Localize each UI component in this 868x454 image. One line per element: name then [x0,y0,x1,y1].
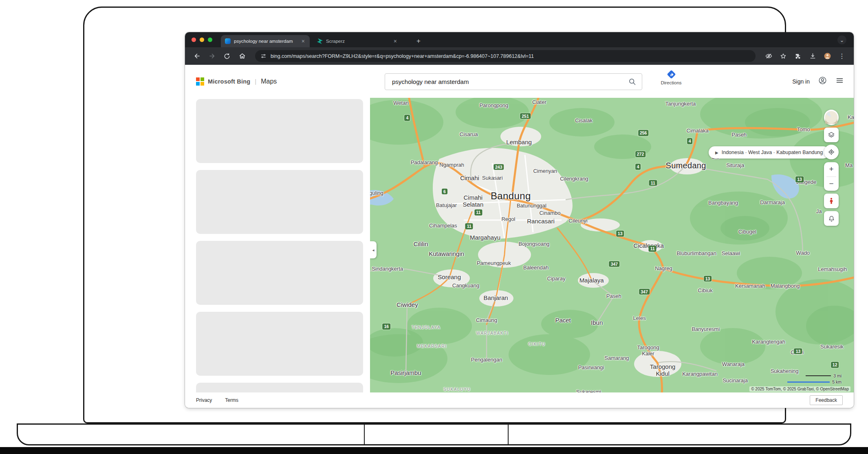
road-shield: 243 [493,164,504,170]
window-controls [192,37,212,42]
maps-product-label[interactable]: Maps [261,78,277,85]
map-label: SUKALUYU [443,387,471,392]
new-tab-button[interactable]: + [414,36,423,46]
brand-block[interactable]: Microsoft Bing | Maps [196,65,277,98]
map-label: Ja [816,209,822,215]
zoom-out-button[interactable]: − [824,177,839,191]
birds-eye-button[interactable] [824,110,839,125]
tab-psychology-near-amsterdam[interactable]: psychology near amsterdam × [221,35,310,47]
road-shield: 11 [649,246,657,252]
bing-header: Microsoft Bing | Maps [185,65,854,98]
map-label: Cimenyan [533,168,557,174]
back-button[interactable] [191,50,203,62]
scale-line-km [787,381,830,383]
result-placeholder-card [196,170,363,234]
home-button[interactable] [236,50,248,62]
brand-divider: | [255,78,256,85]
map-search-box[interactable] [385,73,642,90]
map-label: Pacet [555,317,571,324]
map-label: Cisarua [460,131,478,137]
reload-button[interactable] [221,50,233,62]
downloads-icon[interactable] [806,50,819,62]
map-label: Kutawaringin [429,251,464,258]
map-canvas[interactable]: WetanParongpongCiaterTanjungkertaCisalak… [370,98,854,392]
locate-me-button[interactable] [824,145,839,159]
map-label: Ngamprah [439,162,464,168]
map-label: Selaawi [722,250,740,256]
map-label: Ciater [532,99,546,106]
map-label: Margahayu [470,234,500,241]
bookmark-star-icon[interactable] [777,50,789,62]
map-label: Sumedang [666,161,706,170]
breadcrumb[interactable]: ▶ Indonesia · West Java · Kabupaten Band… [709,146,829,159]
directions-diamond-icon [666,69,676,79]
pegman-icon [827,197,835,205]
scale-km-label: 5 km [832,379,842,384]
map-label: Baleendah [523,265,549,271]
close-window-button[interactable] [192,37,196,42]
close-tab-icon[interactable]: × [301,38,306,44]
collapse-panel-button[interactable]: ◂ [370,241,377,258]
map-label: Ka [848,114,854,120]
map-layers-button[interactable] [824,128,839,142]
content-area: WetanParongpongCiaterTanjungkertaCisalak… [185,98,854,392]
result-placeholder-card [196,383,363,392]
address-bar[interactable]: bing.com/maps/search?FORM=Z9LH2&style=r&… [255,50,756,62]
search-icon[interactable] [628,77,637,86]
map-label: Batununggal [517,203,546,209]
minimize-window-button[interactable] [200,37,204,42]
map-label: Karangpawitan [682,371,718,377]
map-label: Padalarang [411,160,438,166]
zoom-in-button[interactable]: + [824,162,839,176]
road-shield: 4 [404,115,410,121]
profile-avatar[interactable] [821,50,833,62]
privacy-link[interactable]: Privacy [196,397,212,403]
terms-link[interactable]: Terms [225,397,238,403]
streetside-pegman-button[interactable] [824,194,839,208]
privacy-eye-icon[interactable] [762,50,775,62]
page-footer: Privacy Terms Feedback [185,392,854,408]
tab-scraperz[interactable]: Scraperz × [313,35,402,47]
road-shield: 347 [609,261,620,267]
map-label: Cimalaka [687,128,709,134]
tab-search-chevron-icon[interactable]: ⌄ [837,35,846,44]
road-shield: 272 [635,151,646,157]
map-label: Ciawi [791,349,804,355]
map-label: Paseh [731,132,747,138]
maximize-window-button[interactable] [208,37,212,42]
site-settings-icon[interactable] [260,53,267,60]
map-label: Malangbong [771,283,800,289]
road-shield: 251 [520,113,531,119]
sign-in-link[interactable]: Sign in [792,78,810,85]
map-label: Cimahi Selatan [463,195,483,209]
extensions-puzzle-icon[interactable] [792,50,804,62]
road-shield: 256 [638,130,649,136]
map-label: Sukasari [482,175,503,181]
map-label: Lembang [506,139,532,146]
map-label: Bojongsoang [518,241,549,247]
close-tab-icon[interactable]: × [393,38,398,44]
map-label: Cibugel [738,229,756,235]
directions-button[interactable]: Directions [658,69,684,85]
road-shield: 12 [831,362,839,368]
map-label: Tarogong Kidul [650,364,676,378]
map-label: Cicalengka [634,242,664,249]
tab-title: psychology near amsterdam [234,39,297,44]
browser-menu-kebab-icon[interactable]: ⋮ [836,50,848,62]
map-alerts-button[interactable] [824,211,839,226]
map-label: Kersamanah [735,283,765,289]
map-label: Banjaran [484,295,508,302]
hamburger-menu-icon[interactable] [835,76,844,86]
map-label: Paseh [606,293,621,300]
map-label: Cibiuk [698,288,713,294]
scraperz-favicon-icon [317,38,323,44]
map-label: Samarang [604,355,629,361]
map-search-input[interactable] [385,78,628,85]
map-label: Ma [845,163,853,169]
feedback-button[interactable]: Feedback [810,395,843,405]
map-label: Cinambo [540,210,561,216]
forward-button[interactable] [206,50,218,62]
account-avatar-icon[interactable] [818,76,827,87]
map-label: Darmaraja [760,199,785,205]
road-shield: 13 [795,176,804,183]
